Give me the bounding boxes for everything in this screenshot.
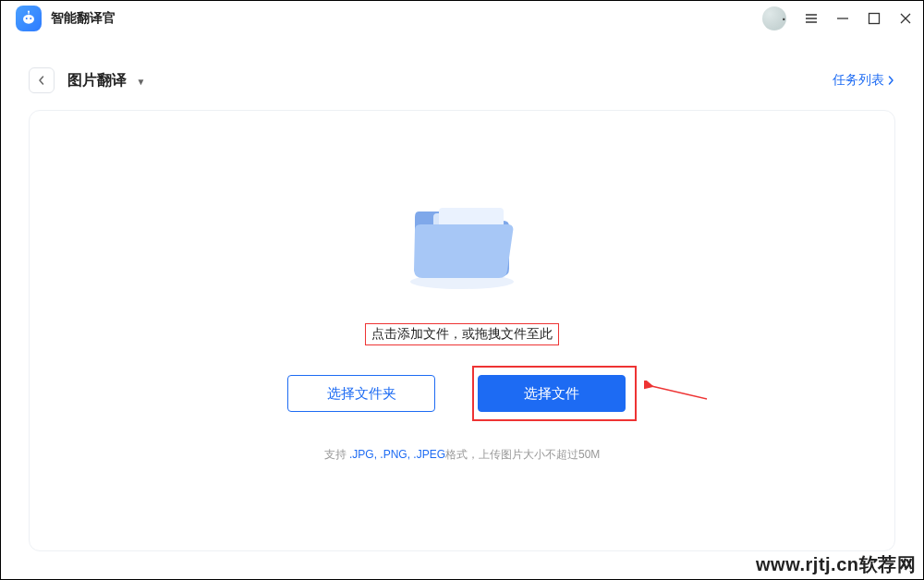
menu-button[interactable] (805, 12, 818, 25)
caret-down-icon: ▼ (136, 77, 145, 87)
maximize-button[interactable] (868, 12, 881, 25)
svg-point-0 (23, 15, 34, 24)
back-button[interactable] (29, 67, 55, 93)
minimize-button[interactable] (836, 12, 849, 25)
app-window: 智能翻译官 . 图片翻译 ▼ (0, 0, 924, 580)
task-list-link[interactable]: 任务列表 (833, 72, 895, 89)
app-logo (16, 6, 42, 31)
maximize-icon (868, 12, 881, 25)
chevron-right-icon (886, 76, 895, 85)
hint-prefix: 支持 (324, 448, 349, 461)
close-icon (899, 12, 912, 25)
titlebar-controls: . (762, 6, 912, 30)
avatar-status-dot: . (781, 4, 786, 25)
titlebar: 智能翻译官 . (1, 1, 923, 36)
hint-formats: .JPG, .PNG, .JPEG (349, 448, 445, 461)
svg-line-9 (651, 386, 707, 399)
svg-point-4 (28, 11, 30, 13)
svg-point-2 (30, 18, 31, 19)
hint-suffix: 格式，上传图片大小不超过50M (445, 448, 600, 461)
drop-instruction: 点击添加文件，或拖拽文件至此 (365, 323, 559, 345)
minimize-icon (836, 12, 849, 25)
hamburger-icon (805, 12, 818, 25)
select-file-annotation-box: 选择文件 (472, 366, 637, 421)
dropzone-card[interactable]: 点击添加文件，或拖拽文件至此 选择文件夹 选择文件 支持 .JPG, .PNG,… (29, 110, 895, 551)
page-title[interactable]: 图片翻译 ▼ (67, 71, 145, 91)
format-hint: 支持 .JPG, .PNG, .JPEG格式，上传图片大小不超过50M (324, 447, 601, 463)
select-folder-button[interactable]: 选择文件夹 (287, 375, 435, 412)
annotation-arrow (644, 381, 709, 406)
button-row: 选择文件夹 选择文件 (287, 366, 637, 421)
svg-rect-5 (869, 14, 880, 24)
task-list-label: 任务列表 (833, 72, 884, 89)
select-file-button[interactable]: 选择文件 (478, 375, 626, 412)
chevron-left-icon (37, 76, 46, 85)
svg-point-1 (26, 18, 28, 19)
app-title: 智能翻译官 (51, 10, 116, 27)
close-button[interactable] (899, 12, 912, 25)
watermark: www.rjtj.cn软荐网 (756, 552, 916, 577)
folder-icon (402, 189, 522, 286)
page-header: 图片翻译 ▼ 任务列表 (1, 66, 923, 103)
page-title-text: 图片翻译 (67, 72, 127, 88)
chat-bot-icon (20, 10, 37, 27)
